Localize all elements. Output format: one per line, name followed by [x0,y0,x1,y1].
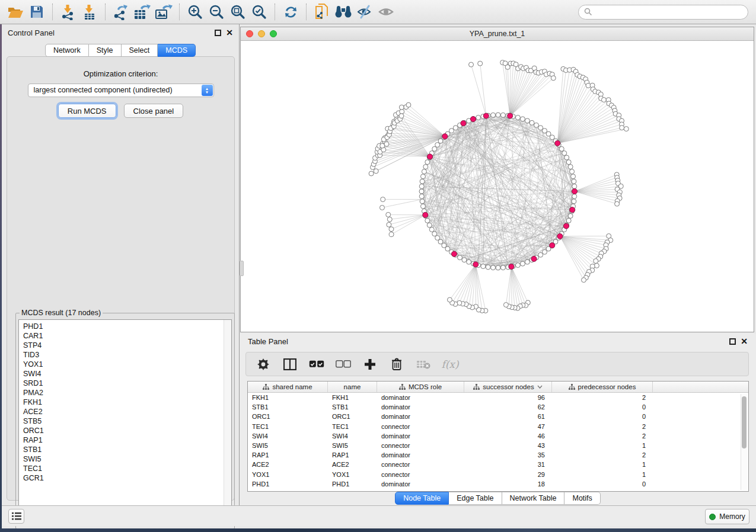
table-row[interactable]: ORC1ORC1dominator610 [248,412,748,421]
binoculars-icon [334,5,352,18]
column-header-successor-nodes[interactable]: successor nodes [464,382,552,392]
unselect-all-columns-button[interactable] [336,357,351,372]
column-header-label: successor nodes [483,383,534,390]
window-minimize-icon[interactable] [258,30,265,37]
show-graphics-details-button[interactable] [375,2,397,21]
trash-icon [391,358,402,370]
hide-graphics-details-button[interactable] [354,2,375,21]
panel-splitter-handle[interactable] [240,261,244,276]
column-header-name[interactable]: name [328,382,377,392]
network-canvas[interactable] [241,41,754,332]
refresh-button[interactable] [280,2,301,21]
table-tab-node-table[interactable]: Node Table [395,492,449,505]
mcds-result-node[interactable]: STB1 [23,445,231,454]
import-table-button[interactable] [79,2,100,21]
add-column-button[interactable] [362,357,378,372]
mcds-result-node[interactable]: GCR1 [23,473,231,483]
refresh-icon [283,5,298,20]
memory-button[interactable]: Memory [705,509,749,524]
export-network-button[interactable] [110,2,132,21]
mcds-result-node[interactable]: SWI5 [23,454,231,464]
mcds-result-node[interactable]: CAR1 [23,331,231,341]
table-row[interactable]: RAP1RAP1dominator352 [248,450,748,460]
network-window-titlebar[interactable]: YPA_prune.txt_1 [241,27,754,41]
mcds-result-node[interactable]: PMA2 [23,388,231,398]
import-network-button[interactable] [58,2,79,21]
tab-mcds[interactable]: MCDS [158,44,196,57]
table-scrollbar[interactable] [741,394,747,490]
panel-list-button[interactable] [8,509,24,524]
table-row[interactable]: STB1STB1dominator620 [248,402,748,412]
search-binoculars-button[interactable] [333,2,354,21]
mcds-result-node[interactable]: SRD1 [23,379,231,388]
network-canvas-container[interactable] [241,41,754,332]
mcds-result-node[interactable]: PHD1 [23,322,231,331]
mcds-result-node[interactable]: RAP1 [23,435,231,445]
zoom-fit-button[interactable] [227,2,248,21]
mcds-result-node[interactable]: ACE2 [23,407,231,416]
table-scrollbar-thumb[interactable] [742,396,747,448]
close-panel-button[interactable]: Close panel [124,104,184,118]
float-table-panel-icon[interactable] [729,338,736,345]
table-row[interactable]: SWI4SWI4dominator462 [248,431,748,441]
open-file-button[interactable] [5,2,26,21]
mcds-result-node[interactable]: FKH1 [23,398,231,407]
network-overview-button[interactable] [311,2,333,21]
table-cell: ORC1 [328,413,377,420]
select-all-columns-button[interactable] [309,357,324,372]
column-header-shared-name[interactable]: shared name [248,382,328,392]
delete-table-button[interactable] [416,357,431,372]
mcds-result-node[interactable]: TEC1 [23,464,231,473]
table-cell: 1 [552,442,653,449]
column-header-predecessor-nodes[interactable]: predecessor nodes [552,382,653,392]
table-cell: 46 [464,432,552,440]
table-row[interactable]: YOX1YOX1connector291 [248,470,748,479]
table-cell: 0 [552,403,653,411]
split-columns-button[interactable] [282,357,298,372]
table-row[interactable]: SWI5SWI5connector431 [248,441,748,450]
table-row[interactable]: TEC1TEC1connector472 [248,422,748,431]
zoom-out-icon [209,4,224,20]
mcds-result-node[interactable]: YOX1 [23,360,231,369]
table-tab-network-table[interactable]: Network Table [502,492,565,505]
select-stepper-icon: ▲▼ [202,85,213,96]
tab-select[interactable]: Select [122,44,158,57]
status-bar: Memory [2,505,756,526]
optimization-select[interactable]: largest connected component (undirected)… [28,84,214,97]
table-row[interactable]: PHD1PHD1dominator180 [248,479,748,489]
zoom-selected-button[interactable] [248,2,270,21]
zoom-in-button[interactable] [184,2,206,21]
tab-style[interactable]: Style [89,44,122,57]
window-close-icon[interactable] [246,30,253,37]
table-cell: dominator [377,403,464,411]
close-table-panel-icon[interactable]: ✕ [741,338,748,345]
close-panel-icon[interactable]: ✕ [226,30,233,36]
function-builder-button[interactable]: f(x) [442,357,458,372]
table-tab-edge-table[interactable]: Edge Table [449,492,502,505]
mcds-result-node[interactable]: STP4 [23,341,231,350]
tab-network[interactable]: Network [45,44,89,57]
column-header-MCDS-role[interactable]: MCDS role [377,382,464,392]
result-list-scrollbar[interactable] [224,320,231,525]
table-row[interactable]: ACE2ACE2connector311 [248,460,748,469]
save-session-button[interactable] [26,2,47,21]
zoom-out-button[interactable] [206,2,227,21]
column-header-label: name [344,383,361,390]
search-input[interactable] [592,8,742,16]
delete-column-button[interactable] [389,357,404,372]
table-tab-motifs[interactable]: Motifs [564,492,600,505]
float-panel-icon[interactable] [215,30,221,36]
network-search-field[interactable] [578,5,748,20]
table-settings-button[interactable] [256,357,271,372]
mcds-result-node[interactable]: ORC1 [23,426,231,435]
run-mcds-button[interactable]: Run MCDS [58,104,116,118]
mcds-result-node[interactable]: SWI4 [23,369,231,379]
export-table-button[interactable] [132,2,153,21]
mcds-result-list[interactable]: PHD1CAR1STP4TID3YOX1SWI4SRD1PMA2FKH1ACE2… [18,319,232,526]
table-row[interactable]: FKH1FKH1dominator962 [248,393,748,402]
mcds-result-node[interactable]: STB5 [23,416,231,426]
plus-icon [364,358,376,370]
window-maximize-icon[interactable] [270,30,277,37]
export-image-button[interactable] [153,2,174,21]
mcds-result-node[interactable]: TID3 [23,350,231,360]
